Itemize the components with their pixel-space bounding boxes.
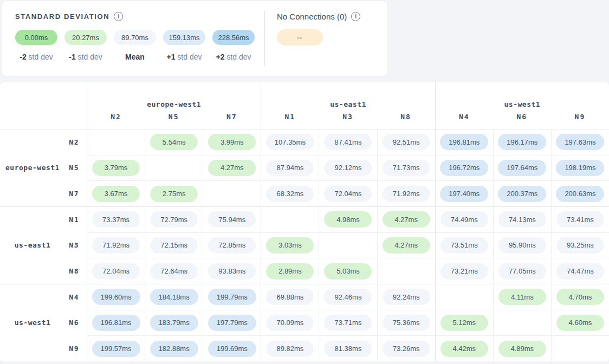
info-icon[interactable]: i (114, 12, 123, 21)
latency-pill[interactable]: 200.63ms (556, 186, 604, 202)
latency-pill[interactable]: 73.21ms (440, 263, 488, 280)
latency-pill[interactable]: 93.25ms (556, 237, 604, 253)
latency-pill[interactable]: 69.88ms (266, 289, 314, 305)
latency-matrix-card: europe-west1us-east1us-west1N2N5N7N1N3N8… (0, 82, 609, 361)
latency-pill[interactable]: 196.72ms (440, 160, 488, 176)
latency-pill[interactable]: 2.89ms (266, 263, 314, 280)
info-icon[interactable]: i (351, 12, 360, 21)
latency-cell: 77.05ms (493, 258, 551, 284)
latency-cell: 5.03ms (319, 258, 377, 284)
latency-cell: 4.60ms (551, 310, 609, 336)
latency-pill[interactable]: 4.98ms (324, 211, 372, 227)
latency-pill[interactable]: 68.32ms (266, 186, 314, 202)
latency-pill[interactable]: 197.40ms (440, 186, 488, 202)
row-node-label: N2 (69, 138, 79, 146)
latency-pill[interactable]: 5.03ms (324, 263, 372, 280)
latency-pill[interactable]: 71.73ms (383, 160, 430, 176)
latency-cell: 71.92ms (87, 232, 145, 258)
latency-pill[interactable]: 199.60ms (92, 289, 140, 305)
latency-pill[interactable]: 200.37ms (498, 186, 546, 202)
latency-pill[interactable]: 3.99ms (208, 134, 256, 150)
latency-pill[interactable]: 74.13ms (498, 211, 546, 227)
latency-pill[interactable]: 71.92ms (383, 186, 430, 202)
legend-card: STANDARD DEVIATION i 0.00ms20.27ms89.70m… (2, 1, 387, 76)
latency-pill[interactable]: 197.64ms (498, 160, 546, 176)
latency-pill[interactable]: 89.82ms (266, 341, 314, 357)
latency-pill[interactable]: 184.18ms (150, 289, 198, 305)
latency-pill[interactable]: 72.04ms (92, 263, 140, 280)
latency-pill[interactable]: 107.35ms (266, 134, 314, 150)
latency-pill[interactable]: 199.57ms (92, 341, 140, 357)
latency-pill[interactable]: 183.79ms (150, 315, 198, 331)
latency-pill[interactable]: 71.92ms (92, 237, 140, 253)
latency-pill[interactable]: 73.71ms (324, 315, 372, 331)
column-header-N4: N4 (435, 109, 493, 129)
latency-pill[interactable]: 196.81ms (92, 315, 140, 331)
latency-pill[interactable]: 4.60ms (556, 315, 604, 331)
latency-pill[interactable]: 5.12ms (440, 315, 488, 331)
latency-pill[interactable]: 72.15ms (150, 237, 198, 253)
latency-pill[interactable]: 196.17ms (498, 134, 546, 150)
latency-cell: 72.79ms (145, 206, 203, 232)
latency-pill[interactable]: 3.67ms (92, 186, 140, 202)
latency-pill[interactable]: 73.37ms (92, 211, 140, 227)
latency-pill[interactable]: 72.64ms (150, 263, 198, 280)
latency-cell: 4.11ms (493, 284, 551, 310)
latency-pill[interactable]: 4.70ms (556, 289, 604, 305)
latency-pill[interactable]: 182.88ms (150, 341, 198, 357)
latency-pill[interactable]: 72.85ms (208, 237, 256, 253)
latency-pill[interactable]: 2.75ms (150, 186, 198, 202)
latency-cell: 74.47ms (551, 258, 609, 284)
column-header-N9: N9 (551, 109, 609, 129)
latency-pill[interactable]: 3.03ms (266, 237, 314, 253)
latency-pill[interactable]: 77.05ms (498, 263, 546, 280)
latency-cell: 182.88ms (145, 335, 203, 361)
latency-pill[interactable]: 72.79ms (150, 211, 198, 227)
latency-pill[interactable]: 197.79ms (208, 315, 256, 331)
latency-cell: 5.12ms (435, 310, 493, 336)
latency-pill[interactable]: 95.90ms (498, 237, 546, 253)
latency-pill[interactable]: 87.94ms (266, 160, 314, 176)
latency-pill[interactable]: 199.69ms (208, 341, 256, 357)
latency-pill[interactable]: 92.51ms (383, 134, 430, 150)
latency-pill[interactable]: 4.27ms (383, 237, 430, 253)
latency-pill[interactable]: 70.09ms (266, 315, 314, 331)
latency-cell: 4.98ms (319, 206, 377, 232)
latency-cell: 183.79ms (145, 310, 203, 336)
latency-pill[interactable]: 4.27ms (208, 160, 256, 176)
latency-pill[interactable]: 3.79ms (92, 160, 140, 176)
latency-pill[interactable]: 81.38ms (324, 341, 372, 357)
matrix-corner-cell (0, 82, 87, 129)
latency-pill[interactable]: 92.46ms (324, 289, 372, 305)
latency-cell (203, 180, 261, 206)
latency-pill[interactable]: 75.36ms (383, 315, 430, 331)
latency-pill[interactable]: 4.27ms (383, 211, 430, 227)
latency-pill[interactable]: 73.51ms (440, 237, 488, 253)
latency-pill[interactable]: 74.47ms (556, 263, 604, 280)
column-group-header-us-west1: us-west1 (435, 82, 609, 109)
latency-pill[interactable]: 73.41ms (556, 211, 604, 227)
latency-cell: 71.92ms (377, 180, 435, 206)
latency-pill[interactable]: 74.49ms (440, 211, 488, 227)
latency-pill[interactable]: 93.83ms (208, 263, 256, 280)
latency-pill[interactable]: 198.19ms (556, 160, 604, 176)
latency-pill[interactable]: 92.24ms (383, 289, 430, 305)
latency-cell: 93.25ms (551, 232, 609, 258)
latency-pill[interactable]: 196.81ms (440, 134, 488, 150)
legend-pill-4: 228.56ms (212, 30, 255, 45)
latency-pill[interactable]: 4.11ms (498, 289, 546, 305)
latency-cell: 4.42ms (435, 335, 493, 361)
latency-cell: 72.04ms (319, 180, 377, 206)
latency-pill[interactable]: 87.41ms (324, 134, 372, 150)
latency-pill[interactable]: 4.42ms (440, 341, 488, 357)
latency-pill[interactable]: 92.12ms (324, 160, 372, 176)
latency-pill[interactable]: 199.79ms (208, 289, 256, 305)
latency-pill[interactable]: 72.04ms (324, 186, 372, 202)
latency-pill[interactable]: 4.89ms (498, 341, 546, 357)
latency-cell: 199.60ms (87, 284, 145, 310)
latency-pill[interactable]: 197.63ms (556, 134, 604, 150)
latency-pill[interactable]: 73.26ms (383, 341, 430, 357)
latency-pill[interactable]: 75.94ms (208, 211, 256, 227)
latency-pill[interactable]: 5.54ms (150, 134, 198, 150)
row-node-label: N3 (69, 241, 79, 249)
